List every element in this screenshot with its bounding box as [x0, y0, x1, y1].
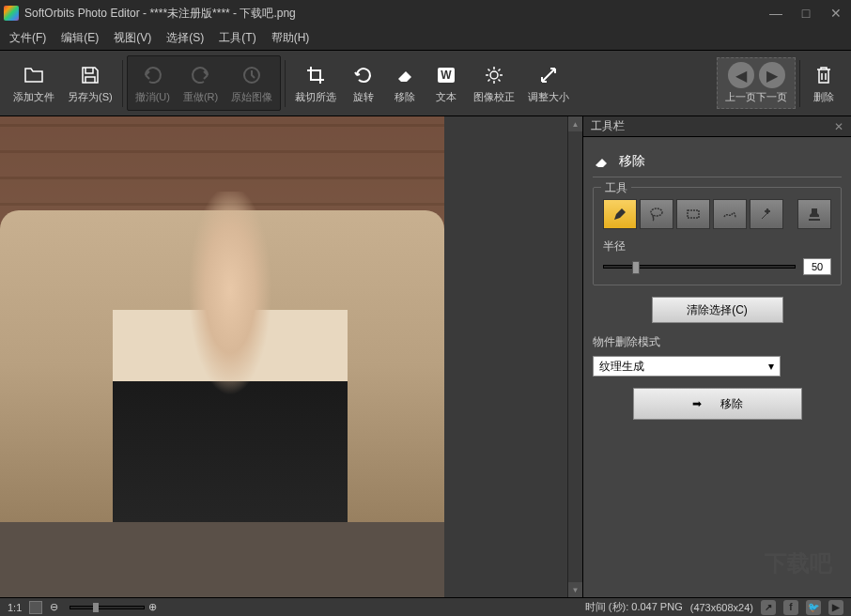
panel-title: 工具栏: [591, 118, 625, 134]
zoom-out-button[interactable]: ⊖: [50, 601, 58, 613]
scroll-up-icon[interactable]: ▲: [568, 116, 582, 131]
scroll-down-icon[interactable]: ▼: [568, 582, 582, 597]
magic-wand-button[interactable]: [750, 199, 783, 229]
zoom-slider[interactable]: [70, 606, 145, 609]
watermark: 下载吧: [765, 548, 832, 578]
original-button[interactable]: 原始图像: [225, 58, 278, 108]
eraser-icon: [395, 62, 414, 88]
redo-button[interactable]: 重做(R): [178, 58, 224, 108]
brightness-icon: [484, 62, 504, 88]
folder-icon: [23, 62, 44, 88]
time-info: 时间 (秒): 0.047 PNG: [585, 600, 683, 614]
rotate-icon: [353, 62, 374, 88]
menubar: 文件(F) 编辑(E) 视图(V) 选择(S) 工具(T) 帮助(H): [0, 26, 851, 51]
zoom-ratio: 1:1: [8, 602, 22, 613]
menu-select[interactable]: 选择(S): [166, 30, 204, 46]
svg-point-4: [651, 208, 662, 216]
remove-mode-dropdown[interactable]: 纹理生成 ▾: [593, 356, 781, 377]
youtube-icon[interactable]: ▶: [828, 600, 843, 615]
crop-button[interactable]: 裁切所选: [289, 58, 342, 108]
menu-help[interactable]: 帮助(H): [271, 30, 310, 46]
section-title: 移除: [619, 153, 645, 170]
tools-label: 工具: [601, 180, 631, 196]
correction-button[interactable]: 图像校正: [468, 58, 520, 108]
freehand-tool-button[interactable]: [713, 199, 747, 229]
menu-file[interactable]: 文件(F): [9, 30, 46, 46]
redo-icon: [191, 62, 211, 88]
window-title: SoftOrbits Photo Editor - ****未注册版**** -…: [24, 6, 765, 22]
arrow-right-icon: ▶: [759, 62, 785, 88]
maximize-button[interactable]: □: [795, 5, 817, 22]
text-button[interactable]: W 文本: [426, 58, 466, 108]
statusbar: 1:1 ⊖ ⊕ 时间 (秒): 0.047 PNG (473x608x24) ↗…: [0, 597, 851, 616]
arrow-left-icon: ◀: [728, 62, 754, 88]
photo: [0, 116, 444, 597]
canvas[interactable]: [0, 116, 567, 597]
svg-text:W: W: [441, 69, 453, 82]
dimensions-info: (473x608x24): [690, 602, 753, 613]
trash-icon: [815, 62, 832, 88]
minimize-button[interactable]: —: [765, 5, 787, 22]
radius-value[interactable]: 50: [803, 258, 831, 275]
fit-screen-button[interactable]: [29, 601, 42, 614]
slider-thumb[interactable]: [632, 261, 640, 274]
rectangle-tool-button[interactable]: [676, 199, 710, 229]
prev-page-button[interactable]: ◀ 上一页: [725, 62, 756, 104]
history-icon: [241, 62, 262, 88]
titlebar: SoftOrbits Photo Editor - ****未注册版**** -…: [0, 0, 851, 26]
resize-icon: [539, 62, 558, 88]
radius-label: 半径: [603, 239, 831, 254]
add-file-button[interactable]: 添加文件: [8, 58, 60, 108]
arrow-right-icon: ➡: [692, 397, 702, 410]
vertical-scrollbar[interactable]: ▲ ▼: [567, 116, 582, 597]
delete-button[interactable]: 删除: [804, 58, 843, 108]
lasso-tool-button[interactable]: [640, 199, 673, 229]
crop-icon: [306, 62, 325, 88]
eraser-icon: [593, 152, 611, 171]
tools-panel: 工具栏 ✕ 移除 工具 半径: [582, 116, 851, 597]
menu-tools[interactable]: 工具(T): [219, 30, 255, 46]
save-as-button[interactable]: 另存为(S): [62, 58, 118, 108]
toolbar: 添加文件 另存为(S) 撤消(U) 重做(R) 原始图像 裁切所选 旋转: [0, 51, 851, 116]
next-page-button[interactable]: ▶ 下一页: [756, 62, 787, 104]
undo-icon: [142, 62, 162, 88]
remove-mode-label: 物件删除模式: [593, 334, 842, 350]
radius-slider[interactable]: [603, 265, 796, 269]
marker-tool-button[interactable]: [603, 199, 637, 229]
app-icon: [4, 6, 19, 21]
resize-button[interactable]: 调整大小: [522, 58, 575, 108]
facebook-icon[interactable]: f: [783, 600, 798, 615]
save-icon: [81, 62, 100, 88]
remove-action-button[interactable]: ➡ 移除: [633, 388, 802, 420]
rotate-button[interactable]: 旋转: [344, 58, 383, 108]
chevron-down-icon: ▾: [768, 360, 774, 373]
svg-point-3: [490, 71, 498, 79]
undo-button[interactable]: 撤消(U): [130, 58, 176, 108]
zoom-in-button[interactable]: ⊕: [148, 601, 157, 613]
text-icon: W: [437, 62, 456, 88]
menu-edit[interactable]: 编辑(E): [61, 30, 99, 46]
panel-close-button[interactable]: ✕: [834, 120, 843, 133]
canvas-area: ▲ ▼: [0, 116, 582, 597]
close-button[interactable]: ✕: [825, 5, 847, 22]
menu-view[interactable]: 视图(V): [114, 30, 151, 46]
share-icon[interactable]: ↗: [761, 600, 776, 615]
twitter-icon[interactable]: 🐦: [806, 600, 821, 615]
clear-selection-button[interactable]: 清除选择(C): [652, 297, 783, 323]
nav-group: ◀ 上一页 ▶ 下一页: [717, 57, 796, 109]
remove-button[interactable]: 移除: [385, 58, 425, 108]
stamp-tool-button[interactable]: [797, 199, 831, 229]
svg-rect-5: [688, 210, 699, 218]
